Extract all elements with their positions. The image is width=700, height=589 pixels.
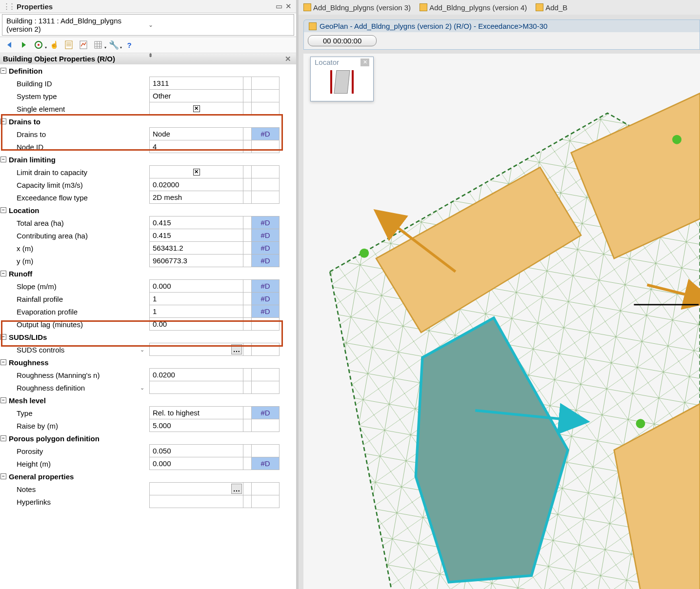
prop-label: Type <box>7 407 149 419</box>
prop-value-exceedance[interactable]: 2D mesh <box>149 191 243 204</box>
group-label: Mesh level <box>7 394 149 407</box>
ellipsis-button[interactable]: … <box>231 484 242 494</box>
tab-extra[interactable]: Add_B <box>533 2 570 13</box>
prop-value-evap[interactable]: 1 <box>149 305 243 318</box>
prop-label: Output lag (minutes) <box>7 318 149 331</box>
object-selector-combo[interactable]: Building : 1311 : Add_Bldng_plygns (vers… <box>2 14 294 36</box>
group-label: General properties <box>7 470 149 483</box>
geoplan-canvas[interactable]: Locator ✕ <box>303 54 700 589</box>
collapse-toggle[interactable]: − <box>0 473 6 479</box>
geoplan-title-bar[interactable]: GeoPlan - Add_Bldng_plygns (version 2) (… <box>303 20 700 32</box>
tab-v3[interactable]: Add_Bldng_plygns (version 3) <box>300 2 414 13</box>
ellipsis-button[interactable]: … <box>231 344 242 354</box>
doc-icon <box>309 22 317 30</box>
prop-value-drains-to[interactable]: Node <box>149 127 243 140</box>
hand-tool-button[interactable]: ☝ <box>47 38 61 52</box>
checkbox-checked-icon: ✕ <box>193 169 200 176</box>
d-flag[interactable]: #D <box>251 229 280 242</box>
prop-value-raise[interactable]: 5.000 <box>149 419 243 432</box>
tab-v4[interactable]: Add_Bldng_plygns (version 4) <box>417 2 530 13</box>
tool-button[interactable]: 🔧 <box>106 38 121 52</box>
sheet-button[interactable] <box>61 38 76 52</box>
group-label: Drains to <box>7 115 149 128</box>
prop-value-single-element[interactable]: ✕ <box>149 102 243 115</box>
prop-value-porosity[interactable]: 0.050 <box>149 444 243 457</box>
d-flag[interactable]: #D <box>251 241 280 255</box>
group-label: SUDS/LIDs <box>7 331 149 343</box>
d-flag[interactable]: #D <box>251 254 280 267</box>
prop-label: Total area (ha) <box>7 216 149 229</box>
prop-label: Contributing area (ha) <box>7 229 149 242</box>
d-flag[interactable]: #D <box>251 457 280 470</box>
prop-value-roughness-def[interactable] <box>149 381 243 394</box>
close-section-button[interactable]: ✕ <box>285 55 291 63</box>
doc-icon <box>420 3 427 11</box>
prop-value-x[interactable]: 563431.2 <box>149 241 243 255</box>
close-pane-button[interactable]: ✕ <box>283 2 293 11</box>
prop-value-contrib-area[interactable]: 0.415 <box>149 229 243 242</box>
prop-value-capacity[interactable]: 0.02000 <box>149 178 243 191</box>
prop-value-hyperlinks[interactable] <box>149 495 243 508</box>
prop-value-system-type[interactable]: Other <box>149 89 243 102</box>
doc-icon <box>303 3 311 11</box>
d-flag[interactable]: #D <box>251 292 280 305</box>
prop-value-building-id[interactable]: 1311 <box>149 77 243 90</box>
section-header: ⇟ Building Object Properties (R/O) ✕ <box>0 53 296 64</box>
report-button[interactable] <box>76 38 91 52</box>
prop-value-suds[interactable]: … <box>149 343 243 356</box>
prop-value-manning-n[interactable]: 0.0200 <box>149 368 243 381</box>
prop-value-total-area[interactable]: 0.415 <box>149 216 243 229</box>
locator-preview[interactable] <box>311 67 373 97</box>
prop-value-mesh-type[interactable]: Rel. to highest <box>149 406 243 419</box>
detach-button[interactable]: ▭ <box>274 2 283 11</box>
nav-prev-button[interactable] <box>2 38 17 52</box>
prop-label: Building ID <box>7 77 149 90</box>
prop-label: Capacity limit (m3/s) <box>7 178 149 191</box>
collapse-toggle[interactable]: − <box>0 435 6 441</box>
chevron-down-icon[interactable]: ⌄ <box>140 385 144 391</box>
grid-button[interactable] <box>91 38 105 52</box>
group-label: Roughness <box>7 356 149 369</box>
d-flag[interactable]: #D <box>251 305 280 318</box>
target-button[interactable] <box>31 38 46 52</box>
prop-value-node-id[interactable]: 4 <box>149 140 243 153</box>
d-flag[interactable]: #D <box>251 406 280 419</box>
chevron-down-icon[interactable]: ⌄ <box>140 347 144 353</box>
d-flag[interactable]: #D <box>251 216 280 229</box>
prop-label: SUDS controls⌄ <box>7 343 149 356</box>
geoplan-title: GeoPlan - Add_Bldng_plygns (version 2) (… <box>320 22 547 30</box>
collapse-toggle[interactable]: − <box>0 271 6 276</box>
locator-title: Locator <box>315 58 339 66</box>
prop-value-y[interactable]: 9606773.3 <box>149 254 243 267</box>
time-display: 00 00:00:00 <box>308 35 377 46</box>
prop-value-rainfall[interactable]: 1 <box>149 292 243 305</box>
d-flag[interactable]: #D <box>251 279 280 293</box>
collapse-toggle[interactable]: − <box>0 207 6 213</box>
collapse-toggle[interactable]: − <box>0 118 6 124</box>
prop-value-height[interactable]: 0.000 <box>149 457 243 470</box>
properties-toolbar: ▾ ☝ ▾ 🔧 ▾ ? <box>0 37 296 53</box>
collapse-toggle[interactable]: − <box>0 334 6 340</box>
nav-next-button[interactable] <box>17 38 31 52</box>
prop-value-lag[interactable]: 0.00 <box>149 317 243 331</box>
svg-point-3 <box>38 44 40 46</box>
group-label: Drain limiting <box>7 153 149 166</box>
prop-value-limit-drain[interactable]: ✕ <box>149 165 243 178</box>
collapse-toggle[interactable]: − <box>0 68 6 74</box>
svg-rect-8 <box>80 41 87 49</box>
help-button[interactable]: ? <box>122 38 137 52</box>
group-label: Definition <box>7 64 149 77</box>
locator-window: Locator ✕ <box>310 57 374 101</box>
prop-value-notes[interactable]: … <box>149 482 243 495</box>
prop-label: y (m) <box>7 255 149 267</box>
document-tabs: Add_Bldng_plygns (version 3) Add_Bldng_p… <box>299 0 700 15</box>
svg-point-23 <box>360 249 369 258</box>
collapse-toggle[interactable]: − <box>0 157 6 162</box>
prop-value-slope[interactable]: 0.000 <box>149 279 243 293</box>
checkbox-checked-icon: ✕ <box>193 105 200 112</box>
close-locator-button[interactable]: ✕ <box>360 59 369 66</box>
svg-marker-1 <box>22 42 26 48</box>
collapse-toggle[interactable]: − <box>0 359 6 365</box>
d-flag[interactable]: #D <box>251 127 280 140</box>
collapse-toggle[interactable]: − <box>0 397 6 403</box>
